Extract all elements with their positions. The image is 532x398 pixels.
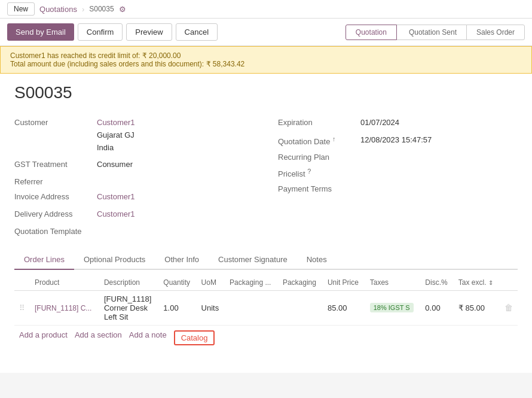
quantity-cell[interactable]: 1.00 [158,290,196,325]
col-quantity: Quantity [158,275,196,291]
col-drag [14,275,30,291]
gear-icon[interactable]: ⚙ [119,5,126,14]
delivery-address-field: Delivery Address Customer1 [14,206,254,223]
tab-order-lines[interactable]: Order Lines [14,250,74,270]
preview-button[interactable]: Preview [126,23,172,41]
recurring-plan-field: Recurring Plan [278,149,518,164]
col-disc: Disc.% [420,275,454,291]
warning-line2: Total amount due (including sales orders… [10,60,522,68]
description-cell: [FURN_1118] Corner Desk Left Sit [99,290,158,325]
gst-value: Consumer [97,159,133,171]
warning-banner: Customer1 has reached its credit limit o… [0,46,532,74]
status-sales-order[interactable]: Sales Order [466,25,525,40]
col-uom: UoM [197,275,225,291]
send-by-email-button[interactable]: Send by Email [7,23,74,41]
description-line1: [FURN_1118] [104,294,154,303]
add-note-link[interactable]: Add a note [129,330,167,345]
cancel-button[interactable]: Cancel [176,23,218,41]
pricelist-field: Pricelist ? [278,164,518,181]
confirm-button[interactable]: Confirm [78,23,123,41]
action-bar: Send by Email Confirm Preview Cancel Quo… [0,19,532,46]
quotation-date-label: Quotation Date ↑ [278,134,356,146]
delivery-address-value[interactable]: Customer1 [97,208,135,221]
customer-state: Gujarat GJ [97,129,135,142]
quotation-date-value: 12/08/2023 15:47:57 [360,134,432,147]
breadcrumb-parent[interactable]: Quotations [39,5,77,14]
col-description: Description [99,275,158,291]
invoice-address-value[interactable]: Customer1 [97,191,135,203]
main-content: S00035 Customer Customer1 Gujarat GJ Ind… [0,74,532,373]
payment-terms-field: Payment Terms [278,181,518,196]
customer-country: India [97,142,135,154]
packaging-qty-cell[interactable] [225,290,278,325]
add-section-link[interactable]: Add a section [75,330,122,345]
recurring-plan-label: Recurring Plan [278,151,356,162]
uom-cell[interactable]: Units [197,290,225,325]
warning-line1: Customer1 has reached its credit limit o… [10,51,522,60]
tabs: Order Lines Optional Products Other Info… [14,250,518,270]
taxes-cell[interactable]: 18% IGST S [365,290,421,325]
tax-badge: 18% IGST S [370,303,414,312]
add-product-link[interactable]: Add a product [19,330,68,345]
spacer [0,373,532,398]
col-product: Product [30,275,99,291]
status-quotation[interactable]: Quotation [346,25,397,40]
drag-handle[interactable]: ⠿ [14,290,30,325]
col-packaging: Packaging [278,275,323,291]
product-code[interactable]: [FURN_1118] C... [35,304,91,312]
pricelist-label: Pricelist ? [278,166,356,178]
tab-customer-signature[interactable]: Customer Signature [209,250,297,270]
referrer-label: Referrer [14,176,92,186]
document-title: S00035 [14,83,518,102]
customer-name[interactable]: Customer1 [97,117,135,129]
quotation-template-label: Quotation Template [14,226,92,236]
col-taxes: Taxes [365,275,421,291]
gst-label: GST Treatment [14,159,92,169]
new-button[interactable]: New [7,2,35,16]
customer-value: Customer1 Gujarat GJ India [97,117,135,154]
status-quotation-sent[interactable]: Quotation Sent [396,25,467,40]
order-table: Product Description Quantity UoM Packagi… [14,275,518,326]
delete-icon[interactable]: 🗑 [505,303,513,312]
gst-field: GST Treatment Consumer [14,156,254,174]
table-row: ⠿ [FURN_1118] C... [FURN_1118] Corner De… [14,290,518,325]
expiration-value[interactable]: 01/07/2024 [360,117,399,129]
left-fields: Customer Customer1 Gujarat GJ India GST … [14,114,254,238]
referrer-field: Referrer [14,174,254,189]
col-packaging-qty: Packaging ... [225,275,278,291]
col-action [500,275,518,291]
customer-field: Customer Customer1 Gujarat GJ India [14,114,254,156]
expiration-field: Expiration 01/07/2024 [278,114,518,132]
delivery-address-label: Delivery Address [14,208,92,218]
breadcrumb-current: S00035 [89,5,114,13]
col-unit-price: Unit Price [323,275,365,291]
invoice-address-label: Invoice Address [14,191,92,201]
unit-price-cell[interactable]: 85.00 [323,290,365,325]
action-buttons: Send by Email Confirm Preview Cancel [7,23,218,41]
product-cell[interactable]: [FURN_1118] C... [30,290,99,325]
right-fields: Expiration 01/07/2024 Quotation Date ↑ 1… [278,114,518,238]
invoice-address-field: Invoice Address Customer1 [14,189,254,206]
payment-terms-label: Payment Terms [278,183,356,193]
col-tax-excl: Tax excl. ⇕ [454,275,500,291]
packaging-cell[interactable] [278,290,323,325]
form-grid: Customer Customer1 Gujarat GJ India GST … [14,114,518,238]
quotation-template-field: Quotation Template [14,223,254,238]
add-links: Add a product Add a section Add a note C… [14,326,518,350]
tab-other-info[interactable]: Other Info [155,250,209,270]
delete-cell[interactable]: 🗑 [500,290,518,325]
disc-cell[interactable]: 0.00 [420,290,454,325]
description-line2: Corner Desk [104,303,154,312]
quotation-date-field: Quotation Date ↑ 12/08/2023 15:47:57 [278,132,518,149]
tax-excl-cell: ₹ 85.00 [454,290,500,325]
breadcrumb-separator: › [82,5,84,14]
customer-label: Customer [14,117,92,127]
tab-optional-products[interactable]: Optional Products [74,250,155,270]
expiration-label: Expiration [278,117,356,127]
tab-notes[interactable]: Notes [297,250,337,270]
catalog-button[interactable]: Catalog [174,330,215,345]
status-bar: Quotation Quotation Sent Sales Order [346,25,525,40]
description-line3: Left Sit [104,312,154,321]
top-bar: New Quotations › S00035 ⚙ [0,0,532,19]
